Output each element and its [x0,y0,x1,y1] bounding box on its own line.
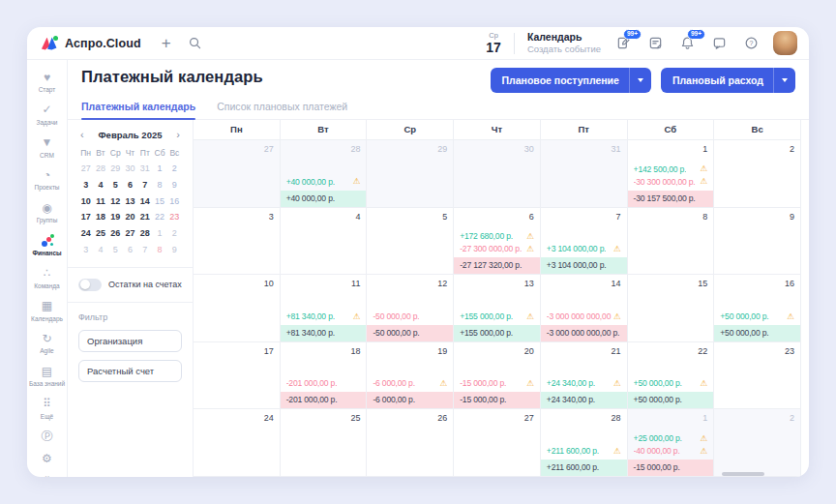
calendar-day-cell[interactable]: 12-50 000,00 р.-50 000,00 р. [367,275,454,342]
mini-next-month-button[interactable]: › [174,130,182,140]
payment-entry[interactable]: +3 104 000,00 р.⚠ [547,244,621,253]
search-icon[interactable] [186,34,205,53]
payment-entry[interactable]: +25 000,00 р.⚠ [634,433,708,443]
mini-day[interactable]: 17 [78,212,93,222]
mini-day[interactable]: 30 [123,163,137,174]
mini-day[interactable]: 26 [108,228,123,239]
calendar-day-cell[interactable]: 31 [541,140,628,208]
help-icon[interactable]: ? [741,34,761,53]
sidebar-item-extra-1[interactable]: Ⓟ [27,427,67,448]
calendar-day-cell[interactable]: 26 [367,409,454,477]
payment-entry[interactable]: +24 340,00 р.⚠ [547,378,621,388]
mini-day[interactable]: 22 [152,212,166,222]
calendar-day-cell[interactable]: 20-15 000,00 р.⚠-15 000,00 р. [454,342,541,410]
sidebar-item-knowledge-base[interactable]: ▤База знаний [27,361,67,393]
mini-day[interactable]: 6 [123,180,137,191]
mini-day[interactable]: 27 [78,163,93,174]
payment-entry[interactable]: +211 600,00 р.⚠ [547,446,621,456]
tab-planned-payments-list[interactable]: Список плановых платежей [217,101,347,119]
calendar-day-cell[interactable]: 30 [454,140,541,208]
chevron-down-icon[interactable] [774,78,795,82]
payment-entry[interactable]: -201 000,00 р. [286,378,361,388]
mini-day[interactable]: 8 [152,180,166,191]
mini-day[interactable]: 14 [137,196,152,207]
calendar-day-cell[interactable]: 27 [454,409,541,477]
calendar-day-cell[interactable]: 24 [194,409,281,477]
calendar-day-cell[interactable]: 11+81 340,00 р.⚠+81 340,00 р. [281,275,368,342]
calendar-day-cell[interactable]: 29 [367,140,454,208]
mini-day[interactable]: 21 [137,212,152,222]
payment-entry[interactable]: -3 000 000 000,00 р.⚠ [547,311,621,321]
calendar-day-cell[interactable]: 9 [714,208,801,276]
mini-day[interactable]: 16 [167,196,182,207]
mini-day[interactable]: 20 [123,212,137,222]
sidebar-item-start[interactable]: ♥Старт [27,67,67,99]
notes-icon[interactable] [645,34,665,53]
mini-day[interactable]: 18 [93,212,107,222]
inbox-button[interactable]: 99+ [613,34,633,53]
payment-entry[interactable]: -27 300 000,00 р.⚠ [460,244,534,253]
calendar-day-cell[interactable]: 10 [194,275,281,342]
mini-day[interactable]: 5 [108,180,123,191]
mini-day[interactable]: 11 [93,196,107,207]
calendar-day-cell[interactable]: 17 [194,342,281,410]
mini-day[interactable]: 6 [123,245,137,255]
calendar-day-cell[interactable]: 5 [367,208,454,276]
payment-entry[interactable]: +40 000,00 р.⚠ [286,177,361,187]
calendar-day-cell[interactable]: 1+25 000,00 р.⚠-40 000,00 р.⚠-15 000,00 … [628,409,715,477]
calendar-day-cell[interactable]: 1+142 500,00 р.⚠-30 300 000,00 р.⚠-30 15… [628,140,715,208]
sidebar-item-extra-2[interactable]: ⚙ [27,449,67,470]
calendar-day-cell[interactable]: 21+24 340,00 р.⚠+24 340,00 р. [541,342,628,410]
payment-entry[interactable]: -6 000,00 р.⚠ [373,378,447,388]
mini-day[interactable]: 9 [167,180,182,191]
sidebar-item-extra-3[interactable]: ❝ [27,471,67,477]
payment-entry[interactable]: +155 000,00 р.⚠ [460,311,534,321]
mini-day[interactable]: 2 [167,163,182,174]
calendar-day-cell[interactable]: 27 [194,140,281,208]
mini-day[interactable]: 27 [123,228,137,239]
calendar-context[interactable]: Календарь Создать событие [527,31,601,55]
mini-day[interactable]: 28 [93,163,107,174]
tab-payment-calendar[interactable]: Платежный календарь [81,101,195,119]
mini-day[interactable]: 19 [108,212,123,222]
payment-entry[interactable]: -50 000,00 р. [373,311,447,321]
payment-entry[interactable]: -30 300 000,00 р.⚠ [634,177,708,187]
mini-day[interactable]: 8 [152,245,166,255]
calendar-day-cell[interactable]: 3 [194,208,281,276]
mini-day[interactable]: 2 [167,228,182,239]
chat-icon[interactable] [709,34,729,53]
payment-entry[interactable]: +172 680,00 р.⚠ [460,231,534,241]
mini-day[interactable]: 4 [93,180,107,191]
calendar-day-cell[interactable]: 14-3 000 000 000,00 р.⚠-3 000 000 000,00… [541,275,628,342]
user-avatar[interactable] [773,31,797,55]
calendar-day-cell[interactable]: 8 [628,208,715,276]
calendar-day-cell[interactable]: 7+3 104 000,00 р.⚠+3 104 000,00 р. [541,208,628,276]
mini-day[interactable]: 12 [108,196,123,207]
mini-day[interactable]: 3 [78,245,93,255]
mini-day[interactable]: 10 [78,196,93,207]
mini-prev-month-button[interactable]: ‹ [78,130,86,140]
payment-entry[interactable]: +81 340,00 р.⚠ [286,311,361,321]
calendar-day-cell[interactable]: 28+40 000,00 р.⚠+40 000,00 р. [281,140,368,208]
planned-expense-button[interactable]: Плановый расход [661,68,795,93]
sidebar-item-crm[interactable]: ▼CRM [27,133,67,164]
planned-income-button[interactable]: Плановое поступление [491,68,651,93]
notifications-button[interactable]: 99+ [677,34,697,53]
calendar-day-cell[interactable]: 16+50 000,00 р.⚠+50 000,00 р. [714,275,801,342]
mini-day[interactable]: 24 [78,228,93,239]
payment-entry[interactable]: -40 000,00 р.⚠ [634,446,708,456]
chevron-down-icon[interactable] [630,78,651,82]
payment-entry[interactable]: +50 000,00 р.⚠ [720,311,794,321]
sidebar-item-finance[interactable]: Финансы [27,230,67,262]
current-date[interactable]: Ср 17 [486,32,501,54]
calendar-day-cell[interactable]: 19-6 000,00 р.⚠-6 000,00 р. [367,342,454,410]
calendar-day-cell[interactable]: 23 [714,342,801,410]
mini-day[interactable]: 1 [152,163,166,174]
calendar-day-cell[interactable]: 13+155 000,00 р.⚠+155 000,00 р. [454,275,541,342]
mini-day[interactable]: 1 [152,228,166,239]
sidebar-item-agile[interactable]: ↻Agile [27,328,67,360]
sidebar-item-team[interactable]: ∴Команда [27,263,67,295]
mini-day[interactable]: 3 [78,180,93,191]
mini-day[interactable]: 23 [167,212,182,222]
sidebar-item-groups[interactable]: ◉Группы [27,197,67,229]
